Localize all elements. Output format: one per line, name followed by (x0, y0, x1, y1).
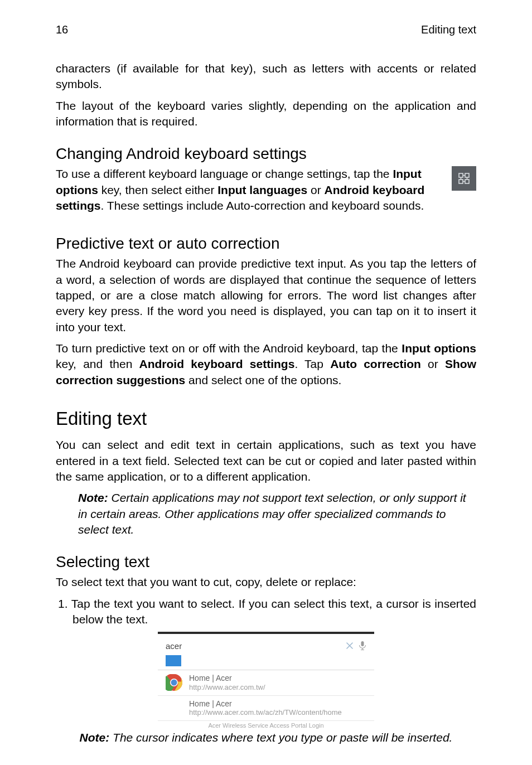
note-1: Note: Certain applications may not suppo… (78, 490, 476, 538)
svg-rect-2 (459, 180, 463, 183)
bold-run: Auto correction (330, 357, 421, 370)
note-label: Note: (78, 491, 108, 504)
svg-rect-0 (459, 173, 463, 177)
close-icon[interactable] (345, 641, 354, 650)
heading-editing-text: Editing text (56, 408, 476, 429)
note-2: Note: The cursor indicates where text yo… (56, 730, 476, 745)
text-run: key, and then (56, 357, 139, 370)
text-run: . Tap (294, 357, 330, 370)
browser-suggestions-panel: acer (158, 632, 374, 729)
text-run: or (307, 183, 324, 196)
heading-changing-keyboard: Changing Android keyboard settings (56, 145, 476, 163)
svg-rect-10 (361, 641, 364, 646)
predictive-paragraph-2: To turn predictive text on or off with t… (56, 341, 476, 388)
text-run: or (421, 357, 445, 370)
suggestion-item-2[interactable]: Home | Acer http://www.acer.com.tw/ac/zh… (158, 696, 374, 721)
suggestion-title: Home | Acer (189, 699, 342, 709)
heading-predictive-text: Predictive text or auto correction (56, 235, 476, 253)
svg-rect-3 (465, 180, 469, 183)
suggestion-item-3-cut: Acer Wireless Service Access Portal Logi… (158, 721, 374, 729)
screenshot: acer (56, 632, 476, 729)
suggestion-url: http://www.acer.com.tw/ (189, 683, 265, 692)
list-body: Tap the text you want to select. If you … (71, 597, 476, 626)
page-header: 16 Editing text (56, 23, 476, 36)
search-bar: acer (158, 634, 374, 666)
text-run: To use a different keyboard language or … (56, 167, 393, 180)
predictive-paragraph-1: The Android keyboard can provide predict… (56, 256, 476, 335)
mic-icon[interactable] (359, 641, 366, 651)
intro-paragraph-1: characters (if available for that key), … (56, 61, 476, 93)
text-run: . These settings include Auto-correction… (101, 199, 424, 212)
text-run: and select one of the options. (185, 374, 341, 386)
header-section-title: Editing text (421, 23, 476, 36)
input-options-icon (452, 166, 476, 191)
suggestion-title: Home | Acer (189, 674, 265, 683)
selecting-intro: To select text that you want to cut, cop… (56, 574, 476, 590)
page-number: 16 (56, 23, 68, 36)
note-label: Note: (80, 731, 110, 744)
intro-paragraph-2: The layout of the keyboard varies slight… (56, 98, 476, 130)
suggestion-url: http://www.acer.com.tw/ac/zh/TW/content/… (189, 708, 342, 717)
svg-rect-1 (465, 173, 469, 177)
page: 16 Editing text characters (if available… (0, 0, 532, 765)
chrome-icon (166, 674, 182, 691)
search-input-value[interactable]: acer (166, 641, 182, 651)
svg-point-13 (171, 680, 177, 686)
step-1: 1. Tap the text you want to select. If y… (56, 596, 476, 628)
heading-selecting-text: Selecting text (56, 553, 476, 571)
bold-run: Input options (402, 342, 476, 355)
bold-run: Input languages (217, 183, 307, 196)
bold-run: Android keyboard settings (139, 357, 295, 370)
text-run: key, then select either (98, 183, 217, 196)
selection-cursor (166, 655, 181, 666)
changing-keyboard-paragraph: To use a different keyboard language or … (56, 166, 476, 214)
list-prefix: 1. (58, 597, 71, 610)
note-body: Certain applications may not support tex… (78, 491, 466, 536)
text-run: To turn predictive text on or off with t… (56, 342, 402, 355)
suggestion-item-1[interactable]: Home | Acer http://www.acer.com.tw/ (158, 670, 374, 695)
note-body: The cursor indicates where text you type… (109, 731, 452, 744)
editing-paragraph: You can select and edit text in certain … (56, 437, 476, 485)
